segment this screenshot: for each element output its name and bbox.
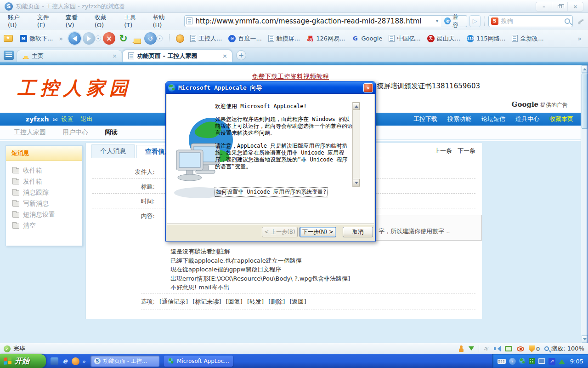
screenshot-icon[interactable]	[505, 346, 512, 351]
sidebar-item-inbox[interactable]: 收件箱	[12, 165, 82, 176]
go-button[interactable]: ▷	[469, 15, 481, 27]
menu-help[interactable]: 帮助 (H)	[148, 12, 178, 30]
option-reply[interactable]: [回复]	[226, 298, 243, 305]
next-step-button[interactable]: 下一步(N) >	[300, 227, 336, 237]
edit-pencil-icon[interactable]	[577, 17, 584, 25]
sidebar-item-compose[interactable]: 写新消息	[12, 198, 82, 209]
home-button[interactable]	[131, 33, 142, 44]
mail-icon[interactable]: ✉	[53, 116, 58, 123]
close-button[interactable]: ✕	[567, 2, 583, 11]
subnav-usercenter[interactable]: 用户中心	[62, 128, 88, 137]
unicode-help-link[interactable]: 如何设置非 Unicode 应用程序的系统变量?	[215, 188, 327, 197]
address-url[interactable]: http://www.ymmfa.com/message-gkaction-re…	[195, 17, 433, 25]
next-message-link[interactable]: 下一条	[458, 147, 475, 154]
quicklaunch-more-icon[interactable]: »	[82, 358, 86, 365]
favorites-folder-icon[interactable]	[4, 35, 13, 42]
sidebar-item-track[interactable]: 消息跟踪	[12, 187, 82, 198]
forward-history-dropdown[interactable]: ▾	[95, 35, 101, 41]
fav-overflow-icon[interactable]: »	[56, 35, 66, 42]
new-tab-button[interactable]: +	[236, 50, 246, 60]
download-icon[interactable]	[469, 346, 474, 353]
fav-link-9[interactable]: 全新改...	[509, 33, 547, 44]
settings-link[interactable]: 设置	[61, 115, 73, 123]
dialog-titlebar[interactable]: Microsoft AppLocale 向导 ✕	[166, 81, 375, 94]
fav-link-2[interactable]: ®百度一...	[225, 33, 265, 44]
fav-link-5[interactable]: GGoogle	[348, 34, 385, 44]
link-forum-sms[interactable]: 论坛短信	[481, 115, 505, 123]
fav-pinned[interactable]: M微软下...	[17, 33, 56, 44]
tab-close-icon[interactable]: ×	[222, 52, 227, 59]
forward-button[interactable]	[83, 32, 95, 45]
coin-icon[interactable]	[176, 34, 184, 43]
scroll-up-icon[interactable]	[353, 103, 360, 110]
menu-file[interactable]: 文件 (F)	[33, 12, 62, 30]
security-counter[interactable]: 0	[529, 345, 540, 352]
task-applocale[interactable]: Microsoft AppLoc...	[164, 356, 233, 367]
zoom-control[interactable]: 缩放: 100%	[544, 345, 584, 353]
google-ad-label[interactable]: Google 提供的广告	[512, 100, 568, 109]
minimize-button[interactable]: –	[536, 2, 552, 11]
link-search[interactable]: 搜索功能	[447, 115, 471, 123]
fav-link-7[interactable]: 天昆山天...	[424, 33, 464, 44]
network-tray-icon[interactable]	[529, 358, 535, 364]
option-forward[interactable]: [转发]	[247, 298, 264, 305]
sidebar-item-outbox[interactable]: 发件箱	[12, 176, 82, 187]
tab-personal-messages[interactable]: 个人消息	[91, 144, 135, 158]
subnav-home[interactable]: 工控人家园	[14, 128, 46, 137]
globe-tray-icon[interactable]	[519, 358, 526, 364]
task-browser[interactable]: S 功能页面 - 工控...	[90, 356, 159, 367]
fav-link-8[interactable]: 115115网络...	[464, 33, 509, 44]
search-box[interactable]: S 搜狗	[488, 15, 573, 27]
refresh-button[interactable]: ↻	[117, 32, 130, 45]
fav-link-3[interactable]: 触摸屏...	[265, 33, 303, 44]
menu-favorites[interactable]: 收藏 (O)	[90, 12, 120, 30]
arrow-tray-icon[interactable]: ↗	[548, 358, 555, 365]
sidebar-item-clear[interactable]: 清空	[12, 220, 82, 231]
tab-current[interactable]: 功能页面 - 工控人家园 ×	[122, 50, 232, 62]
logout-link[interactable]: 退出	[80, 115, 92, 123]
search-input[interactable]: 搜狗	[501, 17, 565, 25]
monitor-tray-icon[interactable]	[538, 358, 545, 364]
antivirus-tray-icon[interactable]	[559, 356, 565, 364]
fav-link-1[interactable]: 工控人...	[187, 33, 225, 44]
address-dropdown-icon[interactable]: ▾	[433, 18, 441, 23]
tab-home[interactable]: 主页 ×	[17, 50, 122, 62]
menu-tools[interactable]: 工具 (T)	[120, 12, 148, 30]
ie-quicklaunch-icon[interactable]: e	[61, 357, 69, 365]
sidebar-item-settings[interactable]: 短消息设置	[12, 209, 82, 220]
address-bar[interactable]: http://www.ymmfa.com/message-gkaction-re…	[184, 15, 443, 27]
undo-close-button[interactable]: ↺	[144, 32, 157, 45]
quicklaunch-app-icon[interactable]	[51, 357, 58, 365]
ad-filter-icon[interactable]	[517, 346, 524, 351]
link-downloads[interactable]: 工控下载	[413, 115, 437, 123]
quicklaunch-app2-icon[interactable]	[72, 357, 79, 365]
tab-list-icon[interactable]	[4, 51, 14, 60]
scroll-down-icon[interactable]	[353, 179, 360, 186]
menu-account[interactable]: 账户 (U)	[4, 12, 33, 30]
speaker-icon[interactable]	[494, 346, 500, 351]
fav-link-4[interactable]: 易126网易...	[303, 33, 348, 44]
tab-close-icon[interactable]: ×	[112, 52, 117, 59]
dialog-close-button[interactable]: ✕	[363, 83, 373, 92]
search-icon[interactable]	[565, 18, 570, 24]
fav-overflow-icon[interactable]: »	[575, 35, 584, 42]
option-delete[interactable]: [删除]	[268, 298, 285, 305]
option-comm-log[interactable]: [通信记录]	[159, 298, 188, 305]
fav-link-6[interactable]: 中国亿...	[385, 33, 424, 44]
undo-dropdown[interactable]: ▾	[157, 35, 163, 41]
option-return[interactable]: [返回]	[289, 298, 306, 305]
dialog-scrollbar[interactable]	[352, 102, 360, 187]
keyboard-tray-icon[interactable]	[498, 359, 506, 364]
option-mark-unread[interactable]: [标记未读]	[192, 298, 221, 305]
stop-button[interactable]: ×	[103, 32, 115, 45]
start-button[interactable]: 开始	[0, 354, 46, 368]
bookmark-page-link[interactable]: 收藏本页	[549, 115, 573, 123]
subnav-read[interactable]: 阅读	[105, 128, 118, 137]
prev-message-link[interactable]: 上一条	[434, 147, 452, 154]
user-status-icon[interactable]	[458, 345, 464, 352]
tray-collapse-icon[interactable]: ‹	[509, 358, 516, 365]
back-button[interactable]	[68, 32, 81, 45]
send-icon[interactable]: ✈	[482, 344, 491, 353]
menu-view[interactable]: 查看 (V)	[62, 12, 90, 30]
cancel-button[interactable]: 取消	[343, 227, 373, 237]
